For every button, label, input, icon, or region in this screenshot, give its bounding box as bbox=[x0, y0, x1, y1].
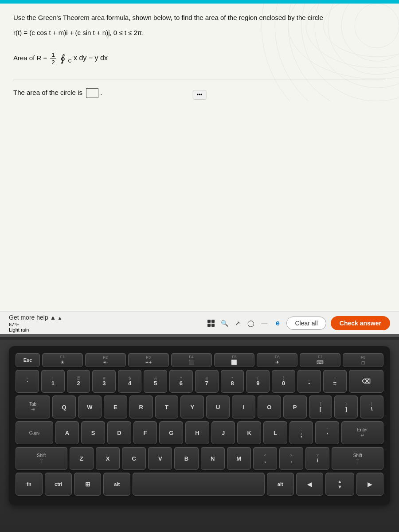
key-m[interactable]: M bbox=[227, 447, 251, 470]
key-j[interactable]: J bbox=[211, 421, 235, 444]
key-s[interactable]: S bbox=[81, 421, 105, 444]
edge-icon[interactable]: e bbox=[273, 319, 282, 328]
key-i[interactable]: I bbox=[232, 395, 255, 419]
expand-button[interactable]: ••• bbox=[193, 90, 207, 100]
key-f[interactable]: F bbox=[133, 421, 157, 444]
right-arrow-key[interactable]: ▶ bbox=[356, 473, 383, 496]
minimize-icon[interactable]: — bbox=[260, 319, 269, 328]
key-l[interactable]: L bbox=[263, 421, 287, 444]
key-6[interactable]: ^ 6 bbox=[169, 370, 193, 393]
search-icon[interactable]: 🔍 bbox=[220, 319, 229, 328]
space-key[interactable] bbox=[133, 473, 264, 496]
key-p[interactable]: P bbox=[283, 395, 307, 419]
key-z[interactable]: Z bbox=[70, 447, 94, 470]
get-more-help-button[interactable]: Get more help ▲ bbox=[9, 314, 62, 321]
key-b[interactable]: B bbox=[174, 447, 198, 470]
key-comma[interactable]: < , bbox=[253, 447, 277, 470]
caps-key[interactable]: Caps bbox=[16, 421, 53, 444]
f3-key[interactable]: F3 ☀︎+ bbox=[128, 353, 169, 367]
key-3[interactable]: # 3 bbox=[92, 370, 116, 393]
key-o[interactable]: O bbox=[258, 395, 281, 419]
key-w[interactable]: W bbox=[78, 395, 102, 419]
integral-symbol: ∮ bbox=[60, 53, 65, 64]
key-7[interactable]: & 7 bbox=[195, 370, 219, 393]
key-lbracket[interactable]: { [ bbox=[309, 395, 332, 419]
left-shift-key[interactable]: Shift ⇧ bbox=[16, 447, 67, 470]
key-n[interactable]: N bbox=[201, 447, 225, 470]
f5-key[interactable]: F5 ⬜ bbox=[214, 353, 255, 367]
f6-key[interactable]: F6 ✈ bbox=[257, 353, 297, 367]
bottom-key-row: fn ctrl ⊞ alt alt ◀ ▲ ▼ ▶ bbox=[16, 473, 383, 496]
enter-key[interactable]: Enter ↵ bbox=[341, 421, 383, 444]
shift-key-row: Shift ⇧ Z X C V B N M < , > . ? / Shif bbox=[16, 447, 383, 470]
check-answer-button[interactable]: Check answer bbox=[331, 316, 390, 330]
key-slash[interactable]: ? / bbox=[305, 447, 329, 470]
f2-key[interactable]: F2 ☀︎- bbox=[85, 353, 126, 367]
key-x[interactable]: X bbox=[96, 447, 120, 470]
key-quote[interactable]: " ' bbox=[315, 421, 339, 444]
svg-point-8 bbox=[288, 0, 399, 79]
svg-point-5 bbox=[355, 4, 399, 48]
key-u[interactable]: U bbox=[206, 395, 230, 419]
key-2[interactable]: @ 2 bbox=[67, 370, 90, 393]
key-r[interactable]: R bbox=[129, 395, 153, 419]
problem-equation: r(t) = (c cos t + m)i + (c sin t + n)j, … bbox=[13, 27, 386, 38]
key-a[interactable]: A bbox=[55, 421, 79, 444]
subscript-c: C bbox=[68, 58, 72, 63]
key-0[interactable]: ) 0 bbox=[272, 370, 295, 393]
tab-key-row: Tab ⇥ Q W E R T Y U I O P { [ } ] | \ bbox=[16, 395, 383, 419]
fn-key[interactable]: fn bbox=[16, 473, 43, 496]
grid-icon[interactable] bbox=[207, 319, 215, 328]
clear-all-button[interactable]: Clear all bbox=[286, 317, 326, 330]
formula-label: Area of R = bbox=[13, 54, 49, 62]
tab-key[interactable]: Tab ⇥ bbox=[16, 395, 50, 419]
backtick-key[interactable]: ~ ` bbox=[16, 370, 39, 393]
key-c[interactable]: C bbox=[122, 447, 146, 470]
key-5[interactable]: % 5 bbox=[144, 370, 167, 393]
key-e[interactable]: E bbox=[104, 395, 127, 419]
key-semicolon[interactable]: : ; bbox=[289, 421, 313, 444]
keyboard-area: Esc F1 ☀ F2 ☀︎- F3 ☀︎+ F4 ⬛ F5 ⬜ bbox=[0, 340, 399, 532]
key-v[interactable]: V bbox=[148, 447, 172, 470]
right-shift-key[interactable]: Shift ⇧ bbox=[332, 447, 383, 470]
key-d[interactable]: D bbox=[107, 421, 131, 444]
win-key[interactable]: ⊞ bbox=[74, 473, 101, 496]
key-equals[interactable]: + = bbox=[323, 370, 347, 393]
key-minus[interactable]: _ - bbox=[297, 370, 321, 393]
key-1[interactable]: ! 1 bbox=[41, 370, 65, 393]
f8-key[interactable]: F8 □ bbox=[343, 353, 383, 367]
key-8[interactable]: * 8 bbox=[221, 370, 244, 393]
key-backslash[interactable]: | \ bbox=[360, 395, 383, 419]
alt-key[interactable]: alt bbox=[103, 473, 130, 496]
left-arrow-key[interactable]: ◀ bbox=[296, 473, 323, 496]
bottom-left: Get more help ▲ 67°F Light rain bbox=[9, 314, 62, 332]
answer-input-box[interactable] bbox=[86, 88, 98, 98]
key-t[interactable]: T bbox=[155, 395, 179, 419]
key-g[interactable]: G bbox=[159, 421, 183, 444]
key-q[interactable]: Q bbox=[52, 395, 76, 419]
key-rbracket[interactable]: } ] bbox=[334, 395, 358, 419]
bottom-bar: Get more help ▲ 67°F Light rain 🔍 ↗ ◯ — … bbox=[0, 311, 399, 334]
alt-gr-key[interactable]: alt bbox=[267, 473, 294, 496]
arrow-icon[interactable]: ↗ bbox=[233, 319, 242, 328]
key-9[interactable]: ( 9 bbox=[246, 370, 270, 393]
fn-key-row: Esc F1 ☀ F2 ☀︎- F3 ☀︎+ F4 ⬛ F5 ⬜ bbox=[16, 353, 383, 367]
formula-rest: x dy − y dx bbox=[74, 54, 108, 62]
ctrl-key[interactable]: ctrl bbox=[45, 473, 72, 496]
answer-period: . bbox=[100, 89, 102, 96]
problem-title: Use the Green's Theorem area formula, sh… bbox=[13, 12, 386, 23]
up-down-arrow-keys[interactable]: ▲ ▼ bbox=[325, 473, 354, 496]
esc-key[interactable]: Esc bbox=[16, 353, 40, 367]
backspace-key[interactable]: ⌫ bbox=[349, 370, 383, 393]
f1-key[interactable]: F1 ☀ bbox=[42, 353, 83, 367]
circle-icon[interactable]: ◯ bbox=[246, 319, 255, 328]
key-4[interactable]: $ 4 bbox=[118, 370, 141, 393]
num-key-row: ~ ` ! 1 @ 2 # 3 $ 4 % 5 bbox=[16, 370, 383, 393]
key-h[interactable]: H bbox=[185, 421, 209, 444]
f4-key[interactable]: F4 ⬛ bbox=[171, 353, 212, 367]
taskbar-icons: 🔍 ↗ ◯ — e bbox=[207, 319, 282, 328]
key-period[interactable]: > . bbox=[279, 447, 303, 470]
f7-key[interactable]: F7 ⌨ bbox=[300, 353, 340, 367]
key-k[interactable]: K bbox=[237, 421, 261, 444]
key-y[interactable]: Y bbox=[180, 395, 204, 419]
